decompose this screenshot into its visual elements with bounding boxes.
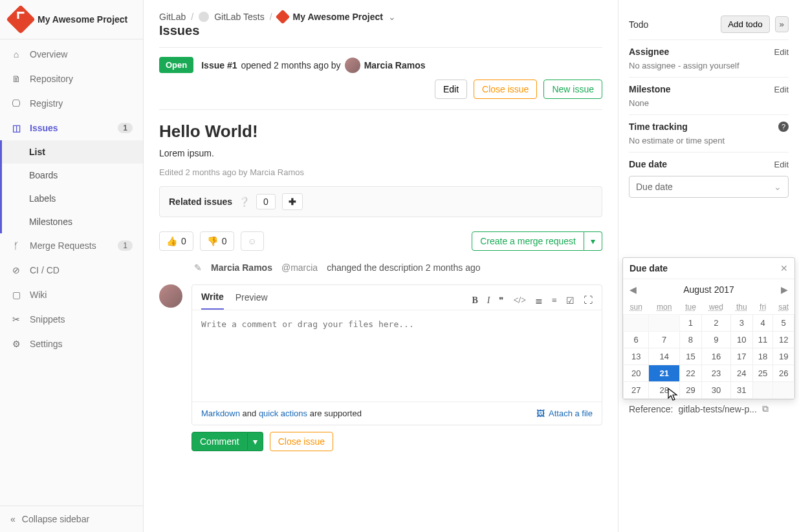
calendar-day[interactable]: 22 <box>679 365 701 382</box>
calendar-day[interactable]: 7 <box>649 332 680 348</box>
close-icon[interactable]: ✕ <box>780 263 788 273</box>
activity-handle[interactable]: @marcia <box>281 262 318 273</box>
calendar-day[interactable]: 29 <box>679 382 701 399</box>
calendar-day[interactable]: 28 <box>649 382 680 399</box>
attach-file-button[interactable]: 🖼 Attach a file <box>536 409 593 418</box>
calendar-day[interactable]: 18 <box>752 348 773 365</box>
subnav-list[interactable]: List <box>2 140 143 164</box>
calendar-day[interactable]: 12 <box>773 332 794 348</box>
subnav-boards[interactable]: Boards <box>2 164 143 187</box>
collapse-sidebar-button[interactable]: « Collapse sidebar <box>0 505 143 532</box>
sidebar-item-wiki[interactable]: ▢Wiki <box>0 282 143 307</box>
calendar-day[interactable]: 19 <box>773 348 794 365</box>
calendar-day[interactable]: 21 <box>649 365 680 382</box>
calendar-day[interactable]: 17 <box>730 348 752 365</box>
milestone-edit[interactable]: Edit <box>774 85 789 94</box>
reactions: 👍0 👎0 ☺ Create a merge request ▾ <box>159 231 602 251</box>
author-name[interactable]: Marcia Ramos <box>364 60 426 70</box>
calendar-day[interactable]: 11 <box>752 332 773 348</box>
breadcrumb-root[interactable]: GitLab <box>159 12 186 22</box>
calendar-day[interactable]: 24 <box>730 365 752 382</box>
expand-sidebar-button[interactable]: » <box>775 16 789 32</box>
assignee-edit[interactable]: Edit <box>774 47 789 57</box>
comment-textarea[interactable] <box>201 319 593 390</box>
activity-author[interactable]: Marcia Ramos <box>211 262 272 273</box>
month-year: August 2017 <box>683 284 734 295</box>
tab-write[interactable]: Write <box>201 292 224 310</box>
bold-icon[interactable]: B <box>472 295 477 306</box>
calendar-day[interactable]: 20 <box>624 365 649 382</box>
calendar-day[interactable]: 3 <box>730 315 752 332</box>
code-icon[interactable]: </> <box>513 295 526 306</box>
help-icon[interactable]: ❔ <box>239 197 250 207</box>
due-edit[interactable]: Edit <box>774 160 789 169</box>
breadcrumb-project[interactable]: My Awesome Project <box>293 12 383 22</box>
create-mr-dropdown[interactable]: ▾ <box>584 231 602 251</box>
project-header[interactable]: My Awesome Project <box>0 0 143 39</box>
markdown-hint: Markdown and quick actions are supported <box>201 409 362 418</box>
calendar-day[interactable]: 10 <box>730 332 752 348</box>
edit-issue-button[interactable]: Edit <box>435 80 467 99</box>
quote-icon[interactable]: ❞ <box>499 295 504 306</box>
thumbs-down-button[interactable]: 👎0 <box>200 231 234 251</box>
scissors-icon: ✂ <box>10 314 22 325</box>
calendar-day[interactable]: 25 <box>752 365 773 382</box>
tab-preview[interactable]: Preview <box>235 292 268 309</box>
comment-dropdown[interactable]: ▾ <box>248 432 263 451</box>
fullscreen-icon[interactable]: ⛶ <box>584 295 593 306</box>
chevron-down-icon: ⌄ <box>774 182 782 192</box>
calendar-day[interactable]: 6 <box>624 332 649 348</box>
sidebar-item-settings[interactable]: ⚙Settings <box>0 332 143 356</box>
ol-icon[interactable]: ≡ <box>552 295 557 306</box>
calendar-day[interactable]: 27 <box>624 382 649 399</box>
calendar-day[interactable]: 15 <box>679 348 701 365</box>
assignee-value[interactable]: No assignee - assign yourself <box>629 61 789 70</box>
calendar-day[interactable]: 4 <box>752 315 773 332</box>
close-issue-button[interactable]: Close issue <box>474 80 537 99</box>
chevron-down-icon[interactable]: ⌄ <box>388 12 396 22</box>
subnav-milestones[interactable]: Milestones <box>2 210 143 233</box>
sidebar-item-cicd[interactable]: ⊘CI / CD <box>0 258 143 282</box>
quick-actions-link[interactable]: quick actions <box>259 409 307 418</box>
markdown-link[interactable]: Markdown <box>201 409 240 418</box>
calendar-day[interactable]: 13 <box>624 348 649 365</box>
due-date-input[interactable]: Due date ⌄ <box>629 176 789 198</box>
sidebar-item-merge-requests[interactable]: ᚶMerge Requests1 <box>0 233 143 258</box>
calendar-day[interactable]: 31 <box>730 382 752 399</box>
prev-month-button[interactable]: ◀ <box>629 284 637 295</box>
thumbs-up-button[interactable]: 👍0 <box>159 231 193 251</box>
calendar-day[interactable]: 2 <box>701 315 730 332</box>
author-avatar[interactable] <box>345 58 360 73</box>
calendar-day[interactable]: 26 <box>773 365 794 382</box>
subnav-labels[interactable]: Labels <box>2 187 143 210</box>
close-issue-button-2[interactable]: Close issue <box>270 432 333 451</box>
create-mr-button[interactable]: Create a merge request <box>472 231 584 251</box>
ul-icon[interactable]: ≣ <box>535 295 543 306</box>
sidebar-item-snippets[interactable]: ✂Snippets <box>0 307 143 332</box>
calendar-day[interactable]: 9 <box>701 332 730 348</box>
sidebar-item-registry[interactable]: 🖵Registry <box>0 91 143 116</box>
calendar-day[interactable]: 23 <box>701 365 730 382</box>
sidebar-item-repository[interactable]: 🗎Repository <box>0 67 143 91</box>
next-month-button[interactable]: ▶ <box>781 284 788 295</box>
sidebar-item-overview[interactable]: ⌂Overview <box>0 42 143 67</box>
comment-button[interactable]: Comment <box>192 432 248 451</box>
breadcrumb-group[interactable]: GitLab Tests <box>214 12 265 22</box>
add-todo-button[interactable]: Add todo <box>721 16 769 33</box>
copy-icon[interactable]: ⧉ <box>762 403 769 414</box>
add-emoji-button[interactable]: ☺ <box>241 231 264 251</box>
calendar-day[interactable]: 8 <box>679 332 701 348</box>
calendar-day[interactable]: 16 <box>701 348 730 365</box>
add-related-button[interactable]: ✚ <box>282 193 303 210</box>
monitor-icon: 🖵 <box>10 98 22 109</box>
italic-icon[interactable]: I <box>487 295 490 306</box>
current-user-avatar[interactable] <box>159 284 182 308</box>
help-icon[interactable]: ? <box>778 122 789 132</box>
calendar-day[interactable]: 14 <box>649 348 680 365</box>
calendar-day[interactable]: 5 <box>773 315 794 332</box>
new-issue-button[interactable]: New issue <box>543 80 602 99</box>
calendar-day[interactable]: 1 <box>679 315 701 332</box>
task-icon[interactable]: ☑ <box>566 295 575 306</box>
sidebar-item-issues[interactable]: ◫Issues1 <box>0 116 143 140</box>
calendar-day[interactable]: 30 <box>701 382 730 399</box>
